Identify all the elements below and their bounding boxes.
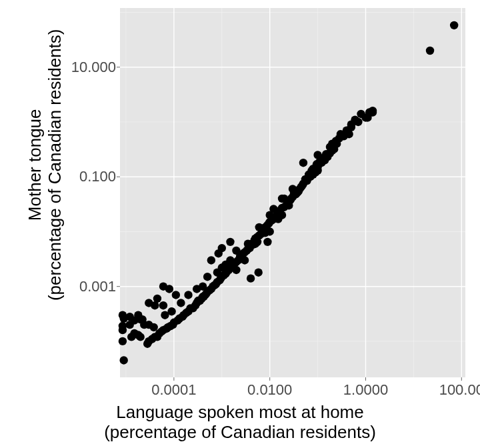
svg-point-202 — [145, 299, 153, 307]
svg-point-221 — [119, 311, 127, 319]
y-tick-label: 10.000 — [49, 59, 116, 76]
y-axis-label: Mother tongue(percentage of Canadian res… — [5, 0, 85, 184]
svg-point-216 — [119, 356, 127, 364]
svg-point-181 — [172, 291, 180, 299]
x-tick-label: 100.00 — [439, 381, 480, 399]
x-tick-label: 0.0100 — [247, 381, 292, 399]
svg-point-109 — [254, 268, 262, 276]
svg-point-97 — [265, 211, 273, 219]
x-tick-label: 0.0001 — [151, 381, 196, 399]
y-tick-label: 0.100 — [49, 168, 116, 185]
svg-point-138 — [226, 238, 234, 246]
svg-point-118 — [247, 274, 255, 282]
svg-point-156 — [207, 256, 215, 264]
svg-point-30 — [357, 110, 365, 118]
svg-point-149 — [215, 249, 223, 257]
svg-point-99 — [263, 238, 271, 246]
svg-point-75 — [289, 185, 297, 193]
x-tick-label: 1.0000 — [343, 381, 388, 399]
svg-point-174 — [184, 291, 192, 299]
svg-point-108 — [255, 223, 263, 231]
x-axis-label: Language spoken most at home(percentage … — [0, 403, 480, 443]
plot-svg — [120, 8, 465, 377]
svg-point-121 — [244, 239, 252, 247]
svg-point-214 — [125, 321, 133, 329]
svg-point-219 — [119, 337, 127, 345]
svg-point-131 — [232, 247, 240, 255]
plot-panel — [120, 8, 465, 377]
svg-point-54 — [313, 151, 321, 159]
svg-point-189 — [161, 311, 169, 319]
svg-point-159 — [203, 273, 211, 281]
svg-point-23 — [426, 47, 434, 55]
svg-point-86 — [278, 195, 286, 203]
svg-point-213 — [127, 333, 135, 341]
svg-point-22 — [450, 21, 458, 29]
y-tick-label: 0.001 — [49, 278, 116, 295]
svg-point-178 — [177, 299, 185, 307]
svg-point-192 — [159, 282, 167, 290]
svg-point-169 — [193, 285, 201, 293]
svg-point-66 — [299, 159, 307, 167]
svg-point-204 — [143, 339, 151, 347]
svg-point-151 — [213, 268, 221, 276]
scatter-chart: Mother tongue(percentage of Canadian res… — [0, 0, 480, 448]
svg-point-220 — [119, 326, 127, 334]
svg-point-191 — [159, 301, 167, 309]
